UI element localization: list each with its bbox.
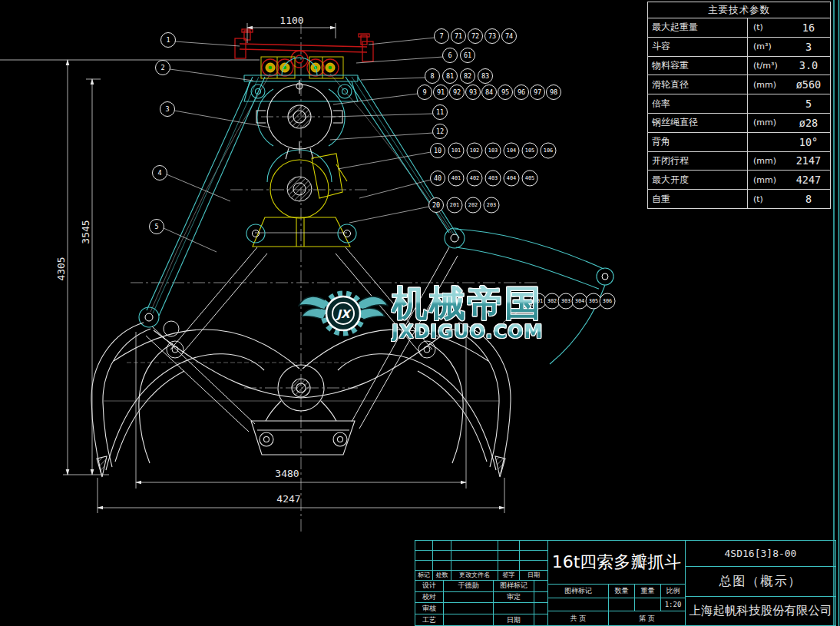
param-row: 背角10° (648, 133, 830, 152)
balloon-number: 2 (160, 64, 164, 71)
balloon: 104 (504, 143, 519, 158)
balloon-number: 401 (451, 175, 461, 181)
balloon-number: 72 (471, 32, 479, 40)
balloon-number: 305 (589, 298, 598, 304)
balloon-number: 4 (157, 169, 161, 177)
dimension-labels: 1100 4305 3545 3480 4247 (55, 15, 304, 505)
balloon-leader-line (330, 133, 433, 140)
param-row: 最大开度(mm)4247 (648, 171, 830, 190)
winged-gear-logo-icon: JX (298, 283, 389, 344)
balloon-leader-line (356, 57, 443, 63)
sig-label: 审核 (415, 603, 444, 614)
balloon: 201 (447, 197, 462, 213)
param-value: 8 (787, 193, 830, 205)
sig-value (444, 603, 494, 614)
balloon: 103 (485, 143, 501, 158)
balloon-number: 203 (487, 202, 496, 208)
balloon: 40 (431, 171, 445, 186)
balloon: 95 (498, 85, 513, 100)
dim-top-width: 1100 (279, 15, 303, 26)
param-unit: (m³) (748, 41, 787, 51)
balloon-leader-line (361, 78, 425, 80)
signature-row: 设计 于德勋 图样标记 (415, 581, 547, 592)
balloon: 97 (531, 85, 545, 100)
balloon-number: 6 (448, 51, 451, 59)
param-unit: (t) (748, 22, 787, 32)
product-title: 16t四索多瓣抓斗 (548, 541, 685, 585)
balloon-number: 97 (534, 88, 541, 96)
balloon-number: 101 (451, 147, 461, 154)
balloon-number: 61 (464, 51, 471, 59)
balloon: 7 (435, 29, 449, 44)
balloon-number: 303 (561, 298, 570, 304)
balloon: 402 (467, 171, 482, 186)
param-row: 开闭行程(mm)2147 (648, 152, 830, 171)
param-label: 自重 (648, 190, 748, 208)
param-row: 钢丝绳直径(mm)ø28 (648, 114, 830, 133)
balloon: 20 (429, 198, 444, 213)
balloon-number: 95 (501, 88, 509, 96)
revision-header-mark: 标记 (415, 571, 433, 580)
sig-label2: 日期 (494, 614, 534, 625)
balloon-leader-line (167, 174, 230, 201)
balloon: 404 (504, 171, 519, 186)
balloon-leader-line (349, 207, 429, 223)
watermark-brand: 机械帝国 (392, 286, 543, 321)
balloon-number: 103 (488, 147, 498, 154)
balloon: 71 (451, 29, 466, 44)
pages-number: 第 页 (609, 611, 685, 625)
parameters-table: 主要技术参数 最大起重量(t)16斗容(m³)3物料容重(t/m³)3.0滑轮直… (647, 2, 831, 209)
param-label: 滑轮直径 (648, 75, 748, 94)
balloon-number: 105 (525, 147, 534, 154)
balloon: 102 (467, 143, 482, 158)
param-unit: (t) (748, 194, 787, 204)
balloon-number: 10 (434, 147, 441, 154)
param-row: 倍率5 (648, 94, 830, 114)
balloon: 10 (431, 144, 445, 158)
balloon: 5 (150, 220, 164, 234)
param-label: 钢丝绳直径 (648, 114, 748, 132)
balloon-number: 402 (470, 175, 479, 181)
revision-header-sign: 签字 (498, 571, 520, 580)
balloon: 401 (448, 171, 464, 186)
balloon-number: 102 (470, 147, 479, 154)
balloon-leader-line (170, 69, 253, 81)
balloon-number: 8 (430, 72, 434, 80)
param-value: 3 (787, 41, 830, 53)
dim-inner-height: 3545 (80, 220, 91, 243)
param-value: ø28 (787, 117, 830, 129)
balloon-number: 92 (453, 88, 461, 96)
balloon-number: 3 (165, 105, 169, 113)
balloon: 96 (514, 85, 529, 100)
revision-header-file: 更改文件名 (451, 571, 498, 580)
balloon-number: 96 (518, 88, 525, 96)
pages-row: 共 页 第 页 (548, 611, 685, 625)
balloon: 304 (572, 293, 587, 309)
balloon-number: 403 (488, 175, 498, 181)
header-quantity: 数量 (609, 585, 635, 598)
balloon: 2 (156, 61, 170, 75)
revision-empty-row (415, 551, 547, 561)
balloon-number: 404 (507, 175, 516, 181)
revision-header-date: 日期 (520, 571, 547, 580)
param-label: 最大开度 (648, 171, 748, 189)
sig-value (444, 614, 494, 625)
balloon-number: 81 (446, 72, 454, 80)
balloon: 6 (443, 48, 458, 63)
balloon-number: 104 (507, 147, 516, 154)
cad-drawing-sheet: 1100 4305 3545 3480 4247 123457717273746… (0, 0, 840, 626)
balloon-leader-line (175, 41, 240, 46)
param-value: 10° (787, 136, 830, 148)
sig-label2: 审定 (494, 592, 534, 603)
balloon: 82 (461, 69, 475, 84)
top-beam-red (235, 29, 373, 76)
balloon: 12 (433, 124, 448, 139)
balloon: 91 (434, 85, 448, 100)
param-value: 2147 (787, 154, 830, 167)
dim-inner-width: 3480 (275, 468, 299, 479)
revision-header-count: 处数 (433, 571, 451, 580)
balloon: 83 (478, 69, 493, 84)
signature-row: 审核 (415, 603, 547, 614)
balloon-leader-line (369, 38, 435, 45)
signature-row: 工艺 日期 (415, 614, 547, 625)
